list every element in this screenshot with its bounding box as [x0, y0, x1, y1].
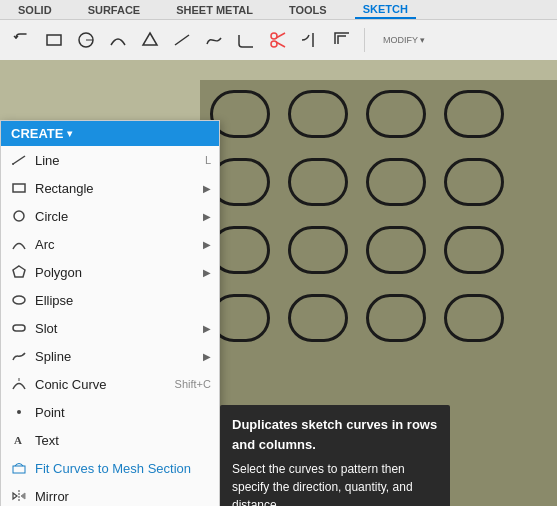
mirror-icon: [9, 486, 29, 506]
fitcurves-icon: [9, 458, 29, 478]
fillet-tool-icon[interactable]: [232, 26, 260, 54]
circle-label: Circle: [35, 209, 203, 224]
tab-sheetmetal[interactable]: SHEET METAL: [168, 2, 261, 18]
modify-label: MODIFY: [383, 35, 418, 45]
menu-item-spline[interactable]: Spline ▶: [1, 342, 219, 370]
oval-10: [288, 226, 348, 274]
oval-6: [288, 158, 348, 206]
polygon-submenu-icon: ▶: [203, 267, 211, 278]
create-label: CREATE: [11, 126, 63, 141]
polygon-label: Polygon: [35, 265, 203, 280]
spline-menu-icon: [9, 346, 29, 366]
rectangle-icon: [9, 178, 29, 198]
menu-item-mirror[interactable]: Mirror: [1, 482, 219, 506]
ellipse-label: Ellipse: [35, 293, 211, 308]
oval-8: [444, 158, 504, 206]
svg-point-18: [17, 410, 21, 414]
circle-tool-icon[interactable]: [72, 26, 100, 54]
circle-menu-icon: [9, 206, 29, 226]
menu-item-conic[interactable]: Conic Curve Shift+C: [1, 370, 219, 398]
modify-arrow[interactable]: ▾: [420, 35, 425, 45]
menu-item-line[interactable]: Line L: [1, 146, 219, 174]
icons-row: MODIFY ▾: [0, 20, 557, 60]
spline-label: Spline: [35, 349, 203, 364]
polygon-icon: [9, 262, 29, 282]
svg-rect-16: [13, 325, 25, 331]
tab-surface[interactable]: SURFACE: [80, 2, 149, 18]
menu-item-circle[interactable]: Circle ▶: [1, 202, 219, 230]
svg-line-4: [175, 35, 189, 45]
line-icon: [9, 150, 29, 170]
menu-item-slot[interactable]: Slot ▶: [1, 314, 219, 342]
tooltip-body: Select the curves to pattern then specif…: [232, 460, 438, 506]
menu-item-text[interactable]: A Text: [1, 426, 219, 454]
oval-2: [288, 90, 348, 138]
triangle-tool-icon[interactable]: [136, 26, 164, 54]
spline-submenu-icon: ▶: [203, 351, 211, 362]
separator: [364, 28, 365, 52]
svg-marker-23: [21, 493, 25, 499]
oval-3: [366, 90, 426, 138]
tooltip-box: Duplicates sketch curves in rows and col…: [220, 405, 450, 506]
line-shortcut: L: [205, 154, 211, 166]
arc-tool-icon[interactable]: [104, 26, 132, 54]
scissors-icon[interactable]: [264, 26, 292, 54]
rectangle-tool-icon[interactable]: [40, 26, 68, 54]
spline-tool-icon[interactable]: [200, 26, 228, 54]
svg-point-13: [14, 211, 24, 221]
text-icon: A: [9, 430, 29, 450]
modify-group: MODIFY ▾: [383, 35, 425, 45]
mirror-label: Mirror: [35, 489, 211, 504]
svg-marker-14: [13, 266, 25, 277]
conic-label: Conic Curve: [35, 377, 175, 392]
canvas-area: CREATE ▾ Line L Rectangle ▶ Circle ▶: [0, 60, 557, 506]
slot-icon: [9, 318, 29, 338]
oval-11: [366, 226, 426, 274]
tab-sketch[interactable]: SKETCH: [355, 1, 416, 19]
menu-item-polygon[interactable]: Polygon ▶: [1, 258, 219, 286]
offset-icon[interactable]: [328, 26, 356, 54]
oval-grid: [210, 90, 514, 354]
oval-7: [366, 158, 426, 206]
dropdown-menu: CREATE ▾ Line L Rectangle ▶ Circle ▶: [0, 120, 220, 506]
svg-rect-0: [47, 35, 61, 45]
undo-icon[interactable]: [8, 26, 36, 54]
point-label: Point: [35, 405, 211, 420]
fitcurves-label: Fit Curves to Mesh Section: [35, 461, 211, 476]
tab-solid[interactable]: SOLID: [10, 2, 60, 18]
arc-label: Arc: [35, 237, 203, 252]
line-label: Line: [35, 153, 205, 168]
tooltip-title: Duplicates sketch curves in rows and col…: [232, 415, 438, 454]
create-header[interactable]: CREATE ▾: [1, 121, 219, 146]
line-tool-icon[interactable]: [168, 26, 196, 54]
svg-marker-3: [143, 33, 157, 45]
menu-item-fitcurves[interactable]: Fit Curves to Mesh Section: [1, 454, 219, 482]
svg-marker-22: [13, 493, 17, 499]
menu-item-ellipse[interactable]: Ellipse: [1, 286, 219, 314]
arc-submenu-icon: ▶: [203, 239, 211, 250]
conic-shortcut: Shift+C: [175, 378, 211, 390]
text-label: Text: [35, 433, 211, 448]
create-arrow-icon: ▾: [67, 128, 72, 139]
menu-item-point[interactable]: Point: [1, 398, 219, 426]
svg-rect-12: [13, 184, 25, 192]
circle-submenu-icon: ▶: [203, 211, 211, 222]
svg-point-15: [13, 296, 25, 304]
svg-text:A: A: [14, 434, 22, 446]
rectangle-label: Rectangle: [35, 181, 203, 196]
menu-item-rectangle[interactable]: Rectangle ▶: [1, 174, 219, 202]
oval-14: [288, 294, 348, 342]
ellipse-icon: [9, 290, 29, 310]
oval-16: [444, 294, 504, 342]
svg-rect-20: [13, 466, 25, 473]
slot-label: Slot: [35, 321, 203, 336]
point-icon: [9, 402, 29, 422]
tab-tools[interactable]: TOOLS: [281, 2, 335, 18]
arc-menu-icon: [9, 234, 29, 254]
menu-item-arc[interactable]: Arc ▶: [1, 230, 219, 258]
slot-submenu-icon: ▶: [203, 323, 211, 334]
oval-12: [444, 226, 504, 274]
conic-icon: [9, 374, 29, 394]
rectangle-submenu-icon: ▶: [203, 183, 211, 194]
extend-icon[interactable]: [296, 26, 324, 54]
